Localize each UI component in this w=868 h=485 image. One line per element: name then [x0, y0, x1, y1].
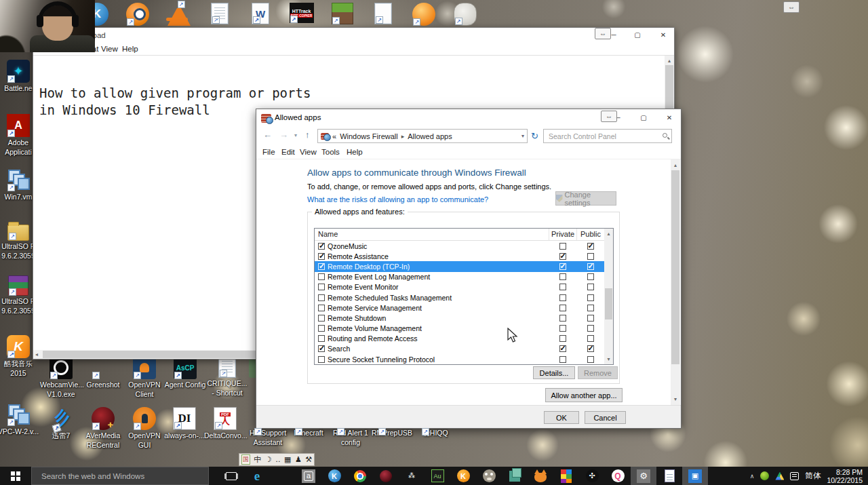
public-checkbox[interactable] — [587, 273, 594, 280]
window-scrollbar[interactable]: ▴ ▾ — [671, 159, 680, 405]
public-checkbox[interactable] — [587, 315, 594, 322]
up-icon[interactable]: ↑ — [305, 130, 310, 140]
desktop-icon-aihiqq[interactable]: ↗爱HIQQ — [414, 427, 456, 437]
desktop-icon-minecraft[interactable]: ↗ — [321, 3, 363, 24]
desktop-icon-blankdoc[interactable]: ↗ — [362, 3, 404, 24]
app-row[interactable]: Secure Socket Tunneling Protocol — [315, 354, 604, 364]
desktop-icon-xunlei[interactable]: 彡↗迅雷7 — [40, 407, 82, 440]
back-icon[interactable]: ← — [263, 130, 272, 140]
taskbar-icon-audition[interactable]: Au — [425, 467, 450, 485]
private-checkbox[interactable] — [559, 273, 566, 280]
notepad-menu-help[interactable]: Help — [122, 45, 138, 53]
public-checkbox[interactable] — [587, 335, 594, 342]
notepad-titlebar[interactable]: Untitled - Notepad ─ ▢ ✕ — [33, 28, 674, 44]
desktop-icon-openvpngui[interactable]: ↗OpenVPNGUI — [123, 407, 165, 449]
app-enabled-checkbox[interactable] — [318, 253, 325, 260]
taskbar-icon-kugou[interactable]: K — [450, 467, 476, 485]
control-panel-search-box[interactable]: Search Control Panel — [543, 129, 672, 143]
desktop-icon-hpsupport[interactable]: ↗HP SupportAssistant — [247, 427, 289, 446]
list-scrollbar[interactable]: ▴ ▾ — [604, 229, 613, 364]
private-checkbox[interactable] — [559, 345, 566, 352]
desktop-icon-agentconfig[interactable]: AsCP↗Agent Config — [164, 356, 206, 389]
public-checkbox[interactable] — [587, 305, 594, 311]
allow-another-app-button[interactable]: Allow another app... — [545, 388, 623, 402]
updater-tray-icon[interactable] — [760, 471, 769, 480]
app-row[interactable]: Remote Shutdown — [315, 313, 604, 323]
private-checkbox[interactable] — [559, 263, 566, 270]
maximize-button[interactable]: ▢ — [633, 111, 654, 125]
risks-link[interactable]: What are the risks of allowing an app to… — [307, 195, 488, 203]
app-row[interactable]: Remote Event Log Management — [315, 272, 604, 282]
app-enabled-checkbox[interactable] — [318, 263, 325, 270]
desktop-icon-rmprepusb[interactable]: ↗RMPrepUSB — [371, 427, 413, 437]
private-checkbox[interactable] — [559, 253, 566, 260]
app-enabled-checkbox[interactable] — [318, 335, 325, 342]
firewall-menu-file[interactable]: File — [262, 148, 275, 156]
taskbar-icon-bluetile[interactable]: ▣ — [682, 467, 708, 485]
taskbar-icon-obs[interactable]: ✣ — [579, 467, 605, 485]
app-row[interactable]: Remote Assistance — [315, 251, 604, 261]
desktop-icon-word[interactable]: W↗ — [239, 3, 281, 24]
public-checkbox[interactable] — [587, 356, 594, 363]
firewall-titlebar[interactable]: Allowed apps ─ ▢ ✕ — [256, 109, 681, 127]
clock[interactable]: 8:28 PM 10/22/2015 — [827, 468, 863, 484]
app-enabled-checkbox[interactable] — [318, 345, 325, 352]
taskbar-icon-store[interactable] — [296, 467, 321, 485]
refresh-icon[interactable]: ↻ — [531, 131, 538, 141]
cancel-button[interactable]: Cancel — [585, 411, 626, 424]
public-checkbox[interactable] — [587, 345, 594, 352]
firewall-menu-edit[interactable]: Edit — [281, 148, 295, 156]
taskbar-icon-explorer[interactable] — [270, 467, 296, 485]
app-row[interactable]: Remote Service Management — [315, 303, 604, 313]
app-enabled-checkbox[interactable] — [318, 243, 325, 250]
app-enabled-checkbox[interactable] — [318, 315, 325, 322]
notepad-menu-view[interactable]: View — [101, 45, 118, 53]
desktop-icon-pdf[interactable]: PDF人↗DeltaConvo... — [204, 407, 246, 440]
desktop-icon-httrack[interactable]: HTTrackSITE COPIER↗ — [281, 3, 323, 23]
taskbar-icon-cube[interactable] — [502, 467, 528, 485]
private-checkbox[interactable] — [559, 325, 566, 332]
ime-item-2[interactable]: ☽ — [265, 455, 272, 464]
public-checkbox[interactable] — [587, 294, 594, 301]
taskbar-icon-notedoc[interactable] — [656, 467, 682, 485]
taskbar-icon-edge[interactable]: e — [244, 467, 270, 485]
app-enabled-checkbox[interactable] — [318, 325, 325, 332]
desktop-icon-flstudio[interactable]: ↗ — [403, 3, 445, 26]
close-button[interactable]: ✕ — [659, 111, 679, 125]
private-checkbox[interactable] — [559, 356, 566, 363]
desktop-icon-openvpnclient[interactable]: ↗OpenVPNClient — [123, 356, 165, 398]
ime-item-3[interactable]: ‥ — [275, 455, 280, 464]
ime-item-1[interactable]: 中 — [254, 454, 261, 465]
ime-item-4[interactable]: ▦ — [284, 455, 291, 464]
ime-item-0[interactable]: 国 — [241, 454, 250, 465]
ime-indicator[interactable]: 简体 — [805, 471, 821, 481]
desktop-icon-di[interactable]: DI↗always-on-... — [163, 407, 205, 440]
private-checkbox[interactable] — [559, 305, 566, 311]
breadcrumb-crumb[interactable]: Windows Firewall — [340, 132, 398, 140]
desktop-icon-minecraftsc[interactable]: ↗Minecraft — [288, 427, 330, 437]
ok-button[interactable]: OK — [544, 411, 579, 424]
private-checkbox[interactable] — [559, 315, 566, 322]
firewall-menu-help[interactable]: Help — [347, 148, 363, 156]
app-row[interactable]: Remote Event Monitor — [315, 282, 604, 292]
private-checkbox[interactable] — [559, 294, 566, 301]
change-settings-button[interactable]: Change settings — [555, 191, 616, 206]
desktop-icon-blender[interactable]: ↗ — [117, 3, 159, 26]
firewall-menu-tools[interactable]: Tools — [321, 148, 340, 156]
taskbar-icon-qswirl[interactable]: Q — [605, 467, 631, 485]
remove-button[interactable]: Remove — [578, 366, 618, 379]
desktop-icon-vlc[interactable]: ↗ — [158, 3, 200, 26]
app-enabled-checkbox[interactable] — [318, 305, 325, 311]
column-name[interactable]: Name — [315, 229, 549, 240]
app-enabled-checkbox[interactable] — [318, 294, 325, 301]
private-checkbox[interactable] — [559, 243, 566, 250]
taskbar-icon-mosaic[interactable] — [553, 467, 579, 485]
ime-language-bar[interactable]: 国中☽‥▦♟⚒ — [239, 453, 315, 466]
search-icon[interactable] — [663, 133, 667, 138]
app-row[interactable]: Routing and Remote Access — [315, 334, 604, 344]
taskbar-search-box[interactable]: Search the web and Windows — [31, 467, 209, 485]
recorder-badge[interactable]: ⇔ — [601, 111, 617, 122]
desktop-icon-greenshot[interactable]: ↗Greenshot — [82, 356, 124, 389]
tray-expand-icon[interactable]: ∧ — [750, 473, 755, 480]
app-enabled-checkbox[interactable] — [318, 273, 325, 280]
